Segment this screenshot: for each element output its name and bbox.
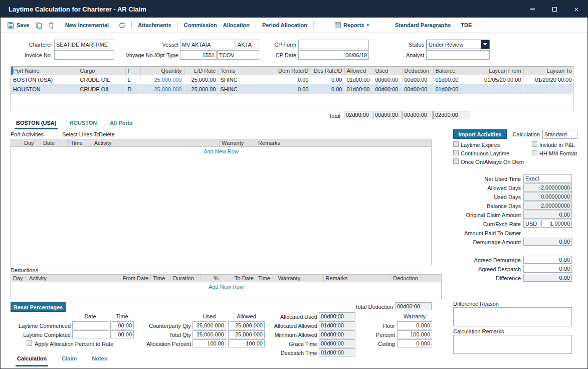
delete-lines-button[interactable]: Delete — [99, 131, 115, 138]
allocation-percent-allowed-field[interactable] — [228, 339, 265, 347]
cell-cargo[interactable]: CRUDE OIL — [78, 75, 125, 84]
cell-allowed[interactable]: 01d00:00 — [344, 84, 373, 94]
cell-used[interactable]: 00d00:00 — [373, 75, 402, 84]
cell-port-name[interactable]: HOUSTON — [11, 84, 78, 94]
cell-used[interactable]: 00d00:00 — [373, 84, 402, 94]
reset-percentages-button[interactable]: Reset Percentages — [11, 302, 66, 312]
laytime-completed-date-field[interactable] — [72, 330, 108, 338]
charterer-field[interactable] — [54, 40, 114, 49]
col-ld-rate[interactable]: L/D Rate — [184, 67, 218, 75]
cell-cargo[interactable]: CRUDE OIL — [78, 84, 125, 94]
tab-notes[interactable]: Notes — [90, 355, 109, 366]
agreed-despatch-field[interactable] — [523, 265, 572, 273]
table-row[interactable]: HOUSTON CRUDE OIL D 25,000.000 25,000.00… — [11, 84, 573, 94]
col-used[interactable]: Used — [373, 67, 402, 75]
voyage-no-field[interactable] — [180, 50, 217, 60]
maximize-button[interactable] — [543, 1, 565, 18]
col-allowed[interactable]: Allowed — [344, 67, 373, 75]
once-on-dem-checkbox[interactable] — [453, 158, 459, 164]
exch-rate-field[interactable] — [541, 220, 572, 228]
delete-button[interactable] — [48, 22, 54, 29]
cell-quantity[interactable]: 25,000.000 — [140, 84, 184, 94]
include-in-pnl-checkbox[interactable] — [532, 141, 537, 147]
cell-laycan-from[interactable] — [471, 84, 523, 94]
col-cargo[interactable]: Cargo — [78, 67, 125, 75]
cell-ld-rate[interactable]: 25,000.00 — [184, 75, 218, 84]
invoice-no-field[interactable] — [54, 50, 114, 60]
col-terms[interactable]: Terms — [218, 67, 256, 75]
commission-button[interactable]: Commission — [184, 22, 217, 28]
cell-des-rate[interactable]: 0.00 — [311, 84, 344, 94]
laytime-completed-time-field[interactable] — [110, 330, 134, 338]
tab-all-ports[interactable]: All Ports — [108, 120, 134, 129]
tab-claim[interactable]: Claim — [60, 355, 78, 366]
cell-f[interactable]: D — [125, 84, 140, 94]
counterparty-qty-allowed-field[interactable] — [228, 321, 265, 329]
col-laycan-to[interactable]: Laycan To — [523, 67, 573, 75]
calculation-remarks-textarea[interactable] — [453, 335, 572, 354]
allocation-button[interactable]: Allocation — [223, 22, 250, 28]
floor-field[interactable] — [397, 321, 432, 329]
add-deduction-row-link[interactable]: Add New Row — [11, 284, 441, 290]
cell-f[interactable]: L — [125, 75, 140, 84]
analyst-field[interactable] — [426, 50, 490, 60]
standard-paragraphs-button[interactable]: Standard Paragraphs — [395, 22, 451, 28]
laytime-expires-checkbox[interactable] — [453, 141, 459, 147]
col-quantity[interactable]: Quantity — [140, 67, 184, 75]
net-used-time-field[interactable] — [523, 174, 572, 182]
calculation-method-field[interactable] — [542, 130, 577, 139]
attachments-button[interactable]: Attachments — [138, 22, 171, 28]
col-dem-rate[interactable]: Dem Rate/D — [256, 67, 311, 75]
ceiling-field[interactable] — [397, 339, 432, 347]
status-dropdown[interactable]: Under Review — [426, 40, 490, 49]
close-button[interactable]: × — [565, 1, 587, 18]
total-qty-used-field[interactable] — [192, 330, 226, 338]
total-qty-allowed-field[interactable] — [228, 330, 265, 338]
reports-button[interactable]: Reports ▾ — [335, 22, 369, 28]
cell-deduction[interactable]: 00d00:00 — [402, 75, 433, 84]
cell-terms[interactable]: SHINC — [218, 75, 256, 84]
cell-ld-rate[interactable]: 25,000.00 — [184, 84, 218, 94]
apply-allocation-percent-checkbox[interactable] — [27, 340, 32, 346]
col-laycan-from[interactable]: Laycan From — [471, 67, 523, 75]
continuous-laytime-checkbox[interactable] — [453, 150, 459, 155]
cell-port-name[interactable]: BOSTON (USA) — [11, 75, 78, 84]
allocation-percent-used-field[interactable] — [192, 339, 226, 347]
hhmm-format-checkbox[interactable] — [532, 150, 537, 155]
cell-balance[interactable]: 01d00:00 — [433, 84, 471, 94]
cell-quantity[interactable]: 25,000.000 — [140, 75, 184, 84]
col-port-name[interactable]: Port Name — [11, 67, 78, 75]
new-incremental-button[interactable]: New Incremental — [65, 22, 109, 28]
tab-houston[interactable]: HOUSTON — [68, 120, 98, 129]
save-button[interactable]: Save — [8, 22, 30, 29]
import-activities-button[interactable]: Import Activities — [453, 129, 507, 139]
add-activity-row-link[interactable]: Add New Row — [11, 148, 431, 154]
cp-date-field[interactable] — [298, 50, 369, 60]
minimize-button[interactable] — [521, 1, 543, 18]
agreed-demurrage-field[interactable] — [523, 256, 572, 264]
laytime-commenced-date-field[interactable] — [72, 321, 108, 329]
col-f[interactable]: F — [125, 67, 140, 75]
cell-des-rate[interactable]: 0.00 — [311, 75, 344, 84]
cell-laycan-from[interactable]: 01/05/20 00:00 — [471, 75, 523, 84]
copy-button[interactable] — [36, 22, 42, 29]
cp-form-field[interactable] — [298, 40, 369, 49]
cell-laycan-to[interactable]: 01/20/20 00:00 — [523, 75, 573, 84]
tde-button[interactable]: TDE — [461, 22, 472, 28]
table-row[interactable]: BOSTON (USA) CRUDE OIL L 25,000.000 25,0… — [11, 75, 573, 84]
cell-deduction[interactable]: 00d00:00 — [402, 84, 433, 94]
cell-allowed[interactable]: 01d00:00 — [344, 75, 373, 84]
laytime-commenced-time-field[interactable] — [110, 321, 134, 329]
tab-boston[interactable]: BOSTON (USA) — [15, 120, 58, 129]
difference-reason-textarea[interactable] — [453, 307, 572, 326]
currency-field[interactable] — [523, 220, 540, 228]
cell-dem-rate[interactable]: 0.00 — [256, 84, 311, 94]
period-allocation-button[interactable]: Period Allocation — [262, 22, 307, 28]
cell-dem-rate[interactable]: 0.00 — [256, 75, 311, 84]
col-des-rate[interactable]: Des Rate/D — [311, 67, 344, 75]
refresh-button[interactable] — [119, 22, 125, 29]
percent-field[interactable] — [397, 330, 432, 338]
select-lines-to-button[interactable]: Select Lines To — [62, 131, 99, 138]
col-deduction[interactable]: Deduction — [402, 67, 433, 75]
cell-terms[interactable]: SHINC — [218, 84, 256, 94]
